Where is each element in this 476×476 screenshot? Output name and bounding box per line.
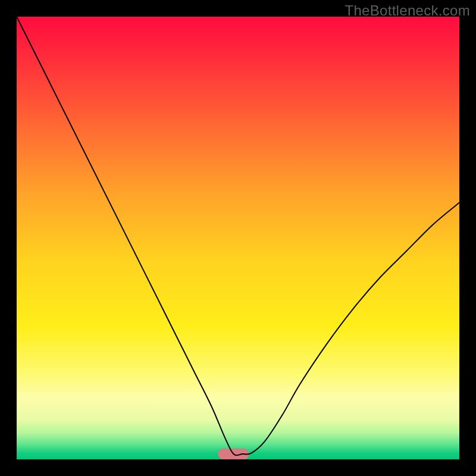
watermark-text: TheBottleneck.com (345, 2, 470, 19)
plot-area (17, 17, 459, 459)
chart-svg (17, 17, 459, 459)
chart-background (17, 17, 459, 459)
chart-frame: TheBottleneck.com (0, 0, 476, 476)
